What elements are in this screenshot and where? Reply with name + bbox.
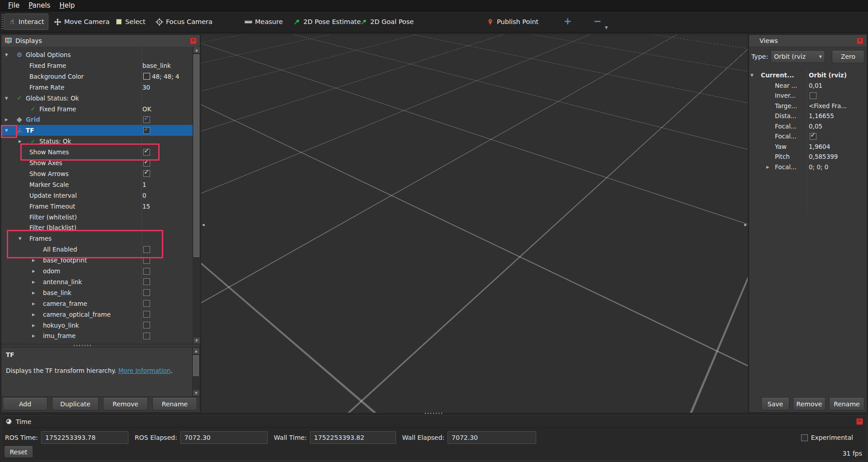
checkbox-unchecked[interactable] [143, 311, 150, 318]
more-information-link[interactable]: More Information [118, 367, 171, 374]
collapse-left-icon[interactable]: ◂ [202, 221, 205, 229]
property-value[interactable]: base_link [142, 62, 171, 69]
displays-close-icon[interactable]: ✕ [190, 38, 197, 44]
displays-row-filter-whitelist[interactable]: Filter (whitelist) [1, 212, 193, 223]
checkbox-checked[interactable]: ✓ [143, 149, 150, 156]
expander-open-icon[interactable]: ▼ [750, 70, 754, 81]
checkbox-unchecked[interactable] [143, 257, 150, 264]
displays-row-frames[interactable]: ▼Frames [1, 233, 193, 244]
displays-row-show-axes[interactable]: Show Axes✓ [1, 157, 193, 168]
remove-button[interactable]: Remove [103, 397, 148, 410]
displays-row-hokuyo-link[interactable]: ▶hokuyo_link [1, 320, 193, 331]
displays-row-odom[interactable]: ▶odom [1, 266, 193, 276]
wall-elapsed-field[interactable]: 7072.30 [448, 431, 536, 444]
property-value[interactable]: 0 [142, 192, 146, 199]
checkbox-checked[interactable]: ✓ [143, 127, 150, 134]
color-swatch[interactable] [143, 73, 150, 80]
time-close-icon[interactable]: ✕ [856, 418, 863, 425]
expander-closed-icon[interactable]: ▶ [766, 162, 769, 172]
experimental-checkbox[interactable] [801, 434, 808, 441]
select-tool-button[interactable]: Select [111, 14, 150, 30]
checkbox-unchecked[interactable] [143, 289, 150, 296]
description-scrollbar[interactable]: ▲ ▼ [192, 348, 200, 396]
scroll-down-icon[interactable]: ▼ [193, 390, 200, 396]
displays-row-antenna-link[interactable]: ▶antenna_link [1, 276, 193, 287]
3d-viewport[interactable]: ◂ ▸ [201, 34, 748, 413]
property-value[interactable]: <Fixed Fra... [809, 102, 847, 110]
views-row-current[interactable]: ▼Current...Orbit (rviz) [749, 70, 866, 81]
view-type-dropdown[interactable]: Orbit (rviz ▼ [771, 50, 825, 63]
views-row-pitch[interactable]: Pitch0,585399 [749, 152, 866, 162]
property-value[interactable]: 1 [142, 181, 146, 188]
property-value[interactable]: 15 [142, 203, 150, 210]
displays-row-show-names[interactable]: Show Names✓ [1, 147, 193, 157]
property-value[interactable]: 48; 48; 4 [152, 73, 179, 80]
checkbox-checked[interactable]: ✓ [143, 170, 150, 177]
expander-closed-icon[interactable]: ▶ [32, 276, 35, 287]
displays-tree-scrollbar[interactable]: ▲ ▼ [193, 47, 200, 344]
toolbar-drag-handle[interactable] [1, 14, 4, 29]
move-camera-tool-button[interactable]: Move Camera [50, 14, 113, 30]
checkbox-unchecked[interactable] [143, 300, 150, 307]
displays-row-base-link[interactable]: ▶base_link [1, 287, 193, 298]
views-rename-button[interactable]: Rename [829, 397, 864, 410]
add-button[interactable]: Add [3, 397, 47, 410]
checkbox-unchecked[interactable] [143, 278, 150, 285]
description-splitter[interactable] [74, 345, 93, 346]
scrollbar-thumb[interactable] [193, 355, 199, 376]
views-save-button[interactable]: Save [761, 397, 789, 410]
checkbox-unchecked[interactable] [143, 322, 150, 329]
menu-panels[interactable]: Panels [24, 1, 55, 10]
property-value[interactable]: OK [142, 105, 151, 113]
displays-row-base-footprint[interactable]: ▶base_footprint [1, 255, 193, 266]
ros-elapsed-field[interactable]: 7072.30 [180, 431, 268, 444]
property-value[interactable]: Orbit (rviz) [809, 71, 847, 79]
expander-closed-icon[interactable]: ▶ [32, 320, 35, 331]
focus-camera-tool-button[interactable]: Focus Camera [151, 14, 217, 30]
expander-closed-icon[interactable]: ▶ [32, 309, 35, 320]
collapse-right-icon[interactable]: ▸ [744, 221, 747, 229]
expander-closed-icon[interactable]: ▶ [32, 266, 35, 276]
views-row-yaw[interactable]: Yaw1,9604 [749, 142, 866, 152]
interact-tool-button[interactable]: ☝Interact [4, 14, 48, 30]
checkbox-unchecked[interactable] [143, 268, 150, 275]
expander-closed-icon[interactable]: ▶ [32, 298, 35, 309]
displays-row-update-interval[interactable]: Update Interval0 [1, 190, 193, 201]
displays-row-grid[interactable]: ▶▦Grid✓ [1, 114, 193, 125]
reset-button[interactable]: Reset [4, 446, 33, 458]
wall-time-field[interactable]: 1752253393.82 [310, 431, 396, 444]
views-row-dista[interactable]: Dista...1,16655 [749, 111, 866, 121]
measure-tool-button[interactable]: Measure [241, 14, 287, 30]
property-value[interactable]: 1,9604 [809, 143, 830, 150]
views-row-inver[interactable]: Inver... [749, 90, 866, 101]
displays-row-camera-optical-frame[interactable]: ▶camera_optical_frame [1, 309, 193, 320]
displays-row-global-status-ok[interactable]: ▼✓Global Status: Ok [1, 93, 193, 104]
views-row-targe[interactable]: Targe...<Fixed Fra... [749, 101, 866, 111]
pose-estimate-tool-button[interactable]: 2D Pose Estimate [289, 14, 365, 30]
property-value[interactable]: 30 [142, 84, 150, 91]
expander-closed-icon[interactable]: ▶ [5, 114, 8, 125]
expander-open-icon[interactable]: ▼ [5, 93, 8, 104]
displays-row-fixed-frame[interactable]: Fixed Framebase_link [1, 60, 193, 71]
expander-closed-icon[interactable]: ▶ [32, 255, 35, 266]
checkbox-checked[interactable]: ✓ [143, 160, 150, 167]
zero-button[interactable]: Zero [832, 50, 864, 63]
property-value[interactable]: 0,585399 [809, 153, 838, 160]
duplicate-button[interactable]: Duplicate [52, 397, 99, 410]
add-tool-button[interactable]: + [559, 14, 576, 29]
expander-closed-icon[interactable]: ▶ [32, 287, 35, 298]
scroll-up-icon[interactable]: ▲ [193, 47, 200, 53]
views-row-near[interactable]: Near ...0,01 [749, 81, 866, 91]
checkbox-checked[interactable]: ✓ [143, 116, 150, 123]
ros-time-field[interactable]: 1752253393.78 [41, 431, 128, 444]
menu-help[interactable]: Help [55, 1, 79, 10]
displays-row-frame-timeout[interactable]: Frame Timeout15 [1, 201, 193, 212]
views-row-focal[interactable]: Focal...0,05 [749, 121, 866, 132]
property-value[interactable]: 0,01 [809, 82, 822, 89]
displays-row-marker-scale[interactable]: Marker Scale1 [1, 179, 193, 190]
expander-closed-icon[interactable]: ▶ [19, 136, 22, 147]
views-row-focal[interactable]: Focal...✓ [749, 131, 866, 142]
displays-row-tf[interactable]: ▼TF✓ [1, 125, 193, 136]
menu-file[interactable]: File [4, 1, 24, 10]
scroll-up-icon[interactable]: ▲ [193, 348, 200, 354]
